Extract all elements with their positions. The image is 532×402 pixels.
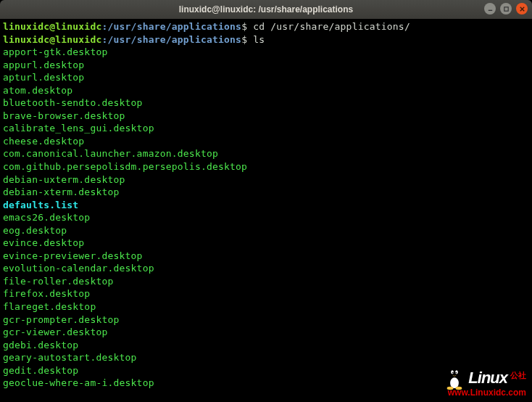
- file-entry: evince-previewer.desktop: [3, 250, 529, 263]
- close-button[interactable]: [516, 3, 528, 15]
- file-entry: cheese.desktop: [3, 135, 529, 148]
- file-entry: gdebi.desktop: [3, 339, 529, 352]
- file-entry: emacs26.desktop: [3, 211, 529, 224]
- watermark-suffix: 公社: [510, 370, 526, 381]
- prompt-user: linuxidc@linuxidc: [3, 21, 101, 32]
- file-entry: defaults.list: [3, 199, 529, 212]
- command-text: cd /usr/share/applications/: [253, 21, 410, 32]
- svg-point-10: [456, 372, 457, 374]
- file-entry: calibrate_lens_gui.desktop: [3, 122, 529, 135]
- file-entry: com.github.persepolisdm.persepolis.deskt…: [3, 160, 529, 173]
- file-entry: appurl.desktop: [3, 59, 529, 72]
- file-entry: apturl.desktop: [3, 71, 529, 84]
- prompt-colon: :: [101, 34, 107, 45]
- prompt-dollar: $: [241, 34, 247, 45]
- file-entry: gcr-viewer.desktop: [3, 326, 529, 339]
- file-entry: atom.desktop: [3, 84, 529, 97]
- minimize-button[interactable]: [484, 3, 496, 15]
- prompt-user: linuxidc@linuxidc: [3, 34, 101, 45]
- window-title: linuxidc@linuxidc: /usr/share/applicatio…: [179, 4, 353, 15]
- file-entry: gcr-prompter.desktop: [3, 313, 529, 327]
- svg-rect-1: [504, 7, 507, 10]
- maximize-icon: [503, 6, 510, 12]
- svg-point-11: [447, 387, 454, 390]
- minimize-icon: [487, 6, 494, 12]
- file-entry: evince.desktop: [3, 237, 529, 250]
- file-entry: bluetooth-sendto.desktop: [3, 97, 529, 110]
- file-entry: debian-uxterm.desktop: [3, 173, 529, 186]
- watermark-logo-row: Linux公社: [444, 366, 526, 390]
- prompt-path: /usr/share/applications: [108, 21, 242, 32]
- file-entry: com.canonical.launcher.amazon.desktop: [3, 147, 529, 160]
- close-icon: [519, 6, 525, 12]
- svg-point-12: [456, 387, 462, 390]
- svg-point-9: [452, 372, 454, 374]
- file-entry: eog.desktop: [3, 224, 529, 237]
- file-entry: debian-xterm.desktop: [3, 186, 529, 199]
- command-text: ls: [253, 34, 265, 45]
- file-entry: apport-gtk.desktop: [3, 46, 529, 59]
- window-controls: [484, 3, 528, 15]
- window-titlebar: linuxidc@linuxidc: /usr/share/applicatio…: [0, 0, 532, 19]
- prompt-line-1: linuxidc@linuxidc:/usr/share/application…: [3, 20, 529, 33]
- prompt-dollar: $: [241, 21, 247, 32]
- prompt-path: /usr/share/applications: [108, 34, 242, 45]
- svg-point-8: [455, 370, 458, 374]
- maximize-button[interactable]: [500, 3, 512, 15]
- file-entry: flareget.desktop: [3, 300, 529, 313]
- prompt-colon: :: [101, 21, 107, 32]
- file-entry: brave-browser.desktop: [3, 110, 529, 123]
- watermark-brand: Linux: [468, 369, 507, 387]
- file-entry: firefox.desktop: [3, 287, 529, 300]
- prompt-line-2: linuxidc@linuxidc:/usr/share/application…: [3, 33, 529, 46]
- file-entry: evolution-calendar.desktop: [3, 262, 529, 275]
- tux-icon: [444, 366, 465, 390]
- svg-point-7: [452, 370, 454, 374]
- watermark: Linux公社 www.Linuxidc.com: [444, 366, 526, 398]
- file-entry: file-roller.desktop: [3, 275, 529, 288]
- file-entry: geary-autostart.desktop: [3, 351, 529, 364]
- file-listing: apport-gtk.desktopappurl.desktopapturl.d…: [3, 46, 529, 390]
- terminal-body[interactable]: linuxidc@linuxidc:/usr/share/application…: [0, 19, 532, 402]
- svg-point-6: [450, 377, 459, 388]
